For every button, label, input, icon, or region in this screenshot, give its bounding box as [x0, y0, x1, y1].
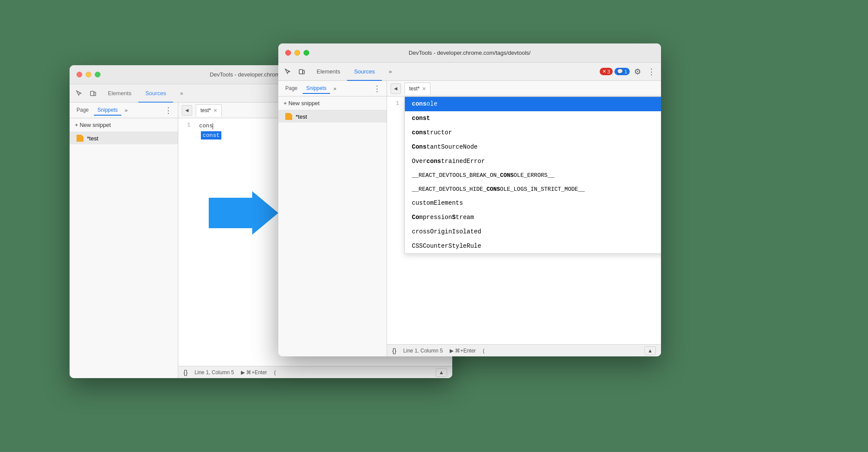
settings-icon-front[interactable]: ⚙: [631, 66, 644, 78]
device-icon-back[interactable]: [87, 87, 99, 100]
tab-sources-back[interactable]: Sources: [138, 85, 173, 103]
status-paren-front: (: [483, 348, 484, 354]
device-icon-front[interactable]: [296, 66, 308, 78]
autocomplete-item-constantsourcenode[interactable]: ConstantSourceNode: [405, 140, 661, 154]
format-icon-front[interactable]: {}: [392, 347, 396, 354]
autocomplete-item-react-break[interactable]: __REACT_DEVTOOLS_BREAK_ON_CONSOLE_ERRORS…: [405, 169, 661, 183]
sidebar-tab-snippets-back[interactable]: Snippets: [94, 105, 121, 116]
new-snippet-back[interactable]: + New snippet: [70, 118, 178, 132]
line-numbers-back: 1: [178, 122, 196, 362]
error-badge-front: ✕ 3: [600, 68, 613, 75]
autocomplete-item-crossoriginisolated[interactable]: crossOriginIsolated: [405, 225, 661, 239]
blue-arrow-icon: [209, 191, 278, 235]
sidebar-menu-front[interactable]: ⋮: [371, 83, 383, 95]
maximize-button-back[interactable]: [95, 72, 100, 77]
line-numbers-front: 1: [387, 100, 404, 341]
autocomplete-item-constructor[interactable]: constructor: [405, 126, 661, 140]
status-toggle-front[interactable]: ▲: [644, 346, 656, 355]
status-run-back[interactable]: ▶ ⌘+Enter: [241, 369, 267, 376]
minimize-button-front[interactable]: [294, 50, 300, 56]
status-position-front: Line 1, Column 5: [403, 348, 443, 354]
toolbar-front: Elements Sources » ✕ 3 💬 1 ⚙ ⋮: [278, 63, 661, 81]
console-bubble-icon: 💬: [617, 69, 623, 74]
tab-bar-front: Elements Sources »: [310, 63, 598, 80]
svg-rect-4: [303, 70, 304, 74]
code-text-back: cons: [199, 122, 213, 130]
minimize-button-back[interactable]: [86, 72, 91, 77]
toolbar-right-front: ✕ 3 💬 1 ⚙ ⋮: [600, 66, 658, 78]
console-badge-front: 💬 1: [614, 68, 630, 75]
autocomplete-bold-cons2: cons: [412, 129, 427, 136]
status-position-back: Line 1, Column 5: [194, 369, 234, 376]
more-tabs-front[interactable]: »: [382, 63, 399, 81]
tab-elements-front[interactable]: Elements: [310, 63, 347, 81]
inspect-icon-back[interactable]: [73, 87, 85, 100]
format-icon-back[interactable]: {}: [184, 369, 187, 376]
editor-toggle-back[interactable]: ◀: [182, 105, 192, 116]
const-highlight-back: const: [199, 132, 221, 139]
snippet-list-back: *test: [70, 132, 178, 378]
titlebar-front: DevTools - developer.chrome.com/tags/dev…: [278, 43, 661, 63]
autocomplete-rest-ole: ole: [427, 100, 437, 107]
inspect-icon-front[interactable]: [282, 66, 294, 78]
snippet-item-test-front[interactable]: *test: [278, 110, 387, 123]
autocomplete-bold-cons: cons: [412, 100, 427, 107]
editor-tabs-front: ◀ test* ×: [387, 81, 661, 96]
autocomplete-item-csscounterstylerule[interactable]: CSSCounterStyleRule: [405, 239, 661, 253]
cursor-back: [213, 123, 213, 130]
editor-tab-close-back[interactable]: ×: [214, 107, 217, 113]
close-button-front[interactable]: [285, 50, 291, 56]
new-snippet-front[interactable]: + New snippet: [278, 96, 387, 110]
autocomplete-text-CSSCounterStyleRule: CSSCounterStyleRule: [412, 243, 481, 249]
devtools-body-front: Page Snippets » ⋮ + New snippet *test: [278, 81, 661, 356]
autocomplete-item-compressionstream[interactable]: CompressionStream: [405, 210, 661, 225]
const-text-back: const: [201, 131, 221, 140]
traffic-lights-front: [285, 50, 309, 56]
menu-icon-front[interactable]: ⋮: [645, 66, 658, 78]
editor-toggle-front[interactable]: ◀: [391, 83, 401, 94]
sidebar-back: Page Snippets » ⋮ + New snippet *test: [70, 103, 178, 378]
sidebar-tab-page-back[interactable]: Page: [73, 105, 92, 116]
sidebar-menu-back[interactable]: ⋮: [162, 104, 174, 116]
status-bar-front: {} Line 1, Column 5 ▶ ⌘+Enter ( ▲: [387, 344, 661, 356]
autocomplete-item-react-hide[interactable]: __REACT_DEVTOOLS_HIDE_CONSOLE_LOGS_IN_ST…: [405, 183, 661, 196]
snippet-list-front: *test: [278, 110, 387, 356]
status-run-front[interactable]: ▶ ⌘+Enter: [450, 348, 476, 354]
status-toggle-back[interactable]: ▲: [436, 368, 447, 377]
more-tabs-back[interactable]: »: [173, 85, 190, 103]
snippet-icon-back: [77, 135, 83, 142]
sidebar-tab-page-front[interactable]: Page: [282, 83, 301, 94]
editor-tab-test-back[interactable]: test* ×: [196, 104, 222, 116]
error-x-icon: ✕: [602, 69, 606, 74]
autocomplete-text-customElements: customElements: [412, 199, 463, 206]
tab-sources-front[interactable]: Sources: [347, 63, 382, 81]
tab-elements-back[interactable]: Elements: [101, 85, 138, 103]
sidebar-more-front[interactable]: »: [332, 84, 338, 93]
devtools-window-front: DevTools - developer.chrome.com/tags/dev…: [278, 43, 661, 356]
sidebar-more-back[interactable]: »: [123, 106, 130, 115]
editor-tab-test-front[interactable]: test* ×: [404, 83, 431, 95]
status-bar-back: {} Line 1, Column 5 ▶ ⌘+Enter ( ▲: [178, 366, 452, 378]
autocomplete-bold-Cons: Cons: [412, 143, 427, 150]
editor-tab-close-front[interactable]: ×: [422, 86, 426, 92]
svg-marker-2: [209, 191, 278, 235]
console-count: 1: [624, 69, 627, 74]
autocomplete-rest-tructor: tructor: [427, 129, 452, 136]
status-paren-back: (: [274, 369, 276, 376]
snippet-item-test-back[interactable]: *test: [70, 132, 178, 144]
autocomplete-dropdown[interactable]: console const constructor ConstantSource…: [404, 96, 661, 254]
sidebar-tab-snippets-front[interactable]: Snippets: [303, 83, 330, 94]
autocomplete-item-customelements[interactable]: customElements: [405, 196, 661, 210]
autocomplete-item-const[interactable]: const: [405, 111, 661, 126]
svg-rect-0: [90, 91, 94, 96]
autocomplete-bold-const: const: [412, 115, 430, 122]
sidebar-actions-back: ⋮: [162, 104, 174, 116]
arrow-container: [209, 191, 278, 236]
svg-rect-3: [299, 70, 303, 74]
autocomplete-item-overconstrainederror[interactable]: OverconstrainedError: [405, 154, 661, 169]
autocomplete-item-console[interactable]: console: [405, 97, 661, 111]
maximize-button-front[interactable]: [304, 50, 309, 56]
close-button-back[interactable]: [77, 72, 82, 77]
autocomplete-rest-tantSourceNode: tantSourceNode: [427, 143, 478, 150]
traffic-lights-back: [77, 72, 100, 77]
